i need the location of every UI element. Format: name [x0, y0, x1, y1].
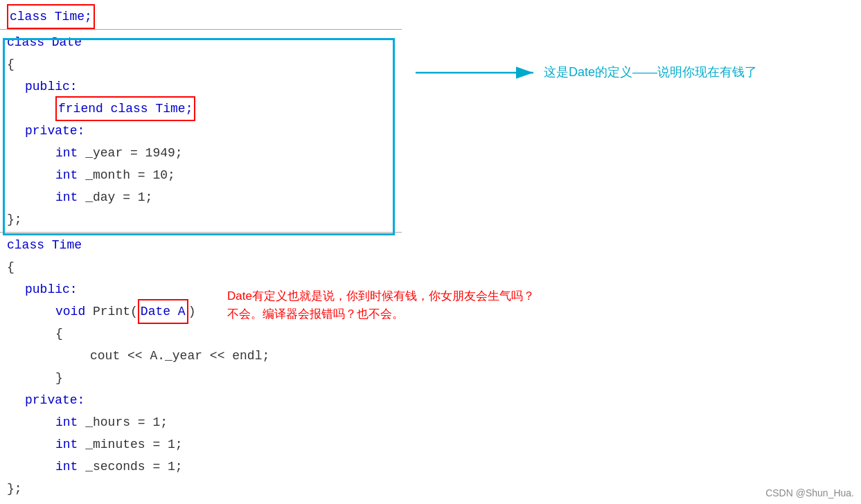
code-line-public: public:	[0, 75, 409, 98]
keyword-class-time: class Time	[7, 234, 82, 256]
date-def-text: 这是Date的定义——说明你现在有钱了	[544, 64, 757, 80]
code-line-close-date: };	[0, 208, 409, 231]
code-area: class Time; class Date { public: friend …	[0, 0, 409, 504]
friend-class-time-box: friend class Time;	[55, 96, 195, 121]
print-name: Print(	[85, 300, 138, 323]
keyword-private-2: private:	[7, 389, 85, 411]
close-time-class: };	[7, 478, 22, 500]
hours-value: _hours = 1;	[78, 411, 168, 433]
brace-open-print: {	[55, 323, 63, 345]
code-line-private: private:	[0, 120, 409, 142]
close-date-class: };	[7, 208, 22, 231]
code-line-hours: int _hours = 1;	[0, 411, 409, 433]
print-annotation-line2: 不会。编译器会报错吗？也不会。	[227, 305, 643, 323]
keyword-public: public:	[7, 75, 78, 98]
separator-1	[0, 29, 402, 30]
code-line-brace-close-3: }	[0, 367, 409, 389]
code-line-private-2: private:	[0, 389, 409, 411]
code-line-minutes: int _minutes = 1;	[0, 433, 409, 456]
keyword-void: void	[55, 300, 85, 323]
brace-open-time: {	[7, 256, 15, 278]
date-a-box: Date A	[138, 299, 188, 324]
code-line-class-time: class Time	[0, 234, 409, 256]
code-line-class-date: class Date	[0, 31, 409, 53]
minutes-value: _minutes = 1;	[78, 433, 182, 456]
keyword-int-minutes: int	[55, 433, 78, 456]
seconds-value: _seconds = 1;	[78, 456, 182, 478]
code-line-brace-open: {	[0, 53, 409, 75]
day-value: _day = 1;	[78, 186, 152, 208]
brace-open-date: {	[7, 53, 15, 75]
credit-text: CSDN @Shun_Hua.	[765, 487, 854, 498]
keyword-int-seconds: int	[55, 456, 78, 478]
code-line-brace-open-2: {	[0, 256, 409, 278]
date-def-annotation-area: 这是Date的定义——说明你现在有钱了	[409, 55, 547, 93]
separator-2	[0, 232, 402, 233]
keyword-int-month: int	[55, 164, 78, 186]
code-line-1: class Time;	[0, 6, 409, 28]
keyword-int-hours: int	[55, 411, 78, 433]
cout-line: cout << A._year << endl;	[90, 345, 269, 367]
brace-close-print: }	[55, 367, 63, 389]
code-line-brace-open-3: {	[0, 323, 409, 345]
year-value: _year = 1949;	[78, 142, 182, 164]
code-line-cout: cout << A._year << endl;	[0, 345, 409, 367]
code-line-day: int _day = 1;	[0, 186, 409, 208]
code-line-friend: friend class Time;	[0, 98, 409, 120]
print-annotation-area: Date有定义也就是说，你到时候有钱，你女朋友会生气吗？ 不会。编译器会报错吗？…	[227, 287, 643, 323]
main-container: class Time; class Date { public: friend …	[0, 0, 861, 504]
month-value: _month = 10;	[78, 164, 175, 186]
print-annotation-line1: Date有定义也就是说，你到时候有钱，你女朋友会生气吗？	[227, 287, 643, 305]
keyword-int-year: int	[55, 142, 78, 164]
code-line-seconds: int _seconds = 1;	[0, 456, 409, 478]
keyword-int-day: int	[55, 186, 78, 208]
code-line-close-time: };	[0, 478, 409, 500]
keyword-public-2: public:	[7, 278, 78, 300]
keyword-private: private:	[7, 120, 85, 142]
code-line-month: int _month = 10;	[0, 164, 409, 186]
print-close: )	[188, 300, 196, 323]
class-time-declaration-box: class Time;	[7, 4, 95, 29]
keyword-class-date: class Date	[7, 31, 82, 53]
code-line-year: int _year = 1949;	[0, 142, 409, 164]
arrow-svg	[409, 55, 547, 90]
